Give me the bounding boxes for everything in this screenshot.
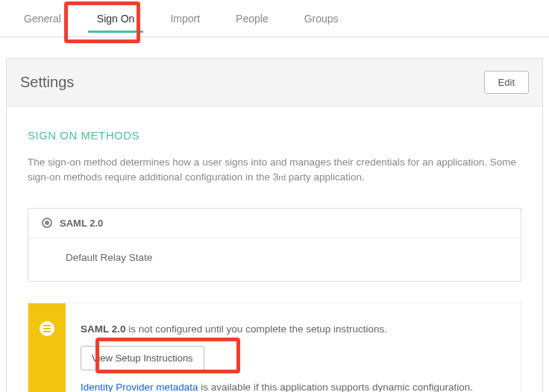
section-description: The sign-on method determines how a user… [28, 155, 521, 186]
method-body: Default Relay State [28, 238, 521, 281]
tab-label: General [24, 13, 61, 25]
info-strong: SAML 2.0 [81, 323, 126, 335]
info-stripe [28, 303, 66, 393]
panel-header: Settings Edit [7, 59, 542, 107]
method-header[interactable]: SAML 2.0 [28, 209, 521, 238]
list-icon [40, 321, 54, 336]
setup-info-card: SAML 2.0 is not configured until you com… [28, 303, 521, 393]
method-label: SAML 2.0 [60, 218, 103, 229]
panel-title: Settings [20, 74, 74, 91]
desc-text: party application. [286, 171, 365, 183]
tab-people[interactable]: People [218, 0, 286, 37]
tab-import[interactable]: Import [152, 0, 218, 37]
tab-bar: General Sign On Import People Groups [0, 0, 549, 37]
view-setup-instructions-button[interactable]: View Setup Instructions [81, 346, 204, 370]
identity-provider-metadata-link[interactable]: Identity Provider metadata [81, 382, 198, 392]
relay-state-label: Default Relay State [66, 252, 152, 263]
tab-label: Sign On [97, 13, 135, 25]
radio-selected-icon [42, 218, 52, 228]
info-rest: is not configured until you complete the… [126, 323, 387, 335]
info-metadata-line: Identity Provider metadata is available … [81, 379, 506, 392]
info-line: SAML 2.0 is not configured until you com… [81, 321, 506, 338]
desc-ordinal: rd [278, 173, 286, 182]
info-content: SAML 2.0 is not configured until you com… [66, 303, 521, 393]
panel-body: SIGN ON METHODS The sign-on method deter… [7, 107, 542, 392]
section-title: SIGN ON METHODS [28, 129, 521, 142]
tab-sign-on[interactable]: Sign On [79, 0, 153, 37]
settings-panel: Settings Edit SIGN ON METHODS The sign-o… [6, 58, 543, 392]
sign-on-method-box: SAML 2.0 Default Relay State [28, 208, 521, 282]
desc-text: The sign-on method determines how a user… [28, 157, 516, 183]
tab-label: Groups [304, 13, 339, 25]
edit-button[interactable]: Edit [484, 71, 529, 94]
tab-label: Import [170, 13, 200, 25]
tab-groups[interactable]: Groups [286, 0, 357, 37]
info-link-rest: is available if this application support… [198, 382, 473, 392]
tab-label: People [236, 13, 269, 25]
tab-general[interactable]: General [6, 0, 79, 37]
